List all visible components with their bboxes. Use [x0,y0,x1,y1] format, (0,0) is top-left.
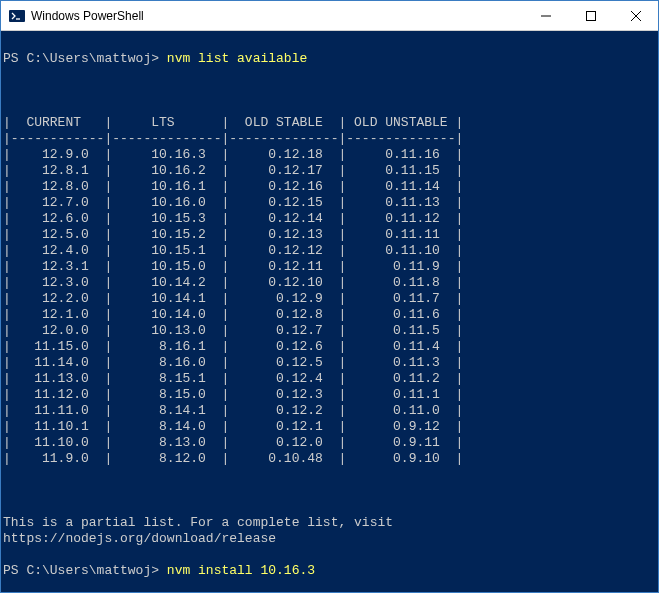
table-row: | 12.2.0 | 10.14.1 | 0.12.9 | 0.11.7 | [3,291,656,307]
blank-line [3,83,656,99]
table-row: |------------|--------------|-----------… [3,131,656,147]
table-row: | 11.15.0 | 8.16.1 | 0.12.6 | 0.11.4 | [3,339,656,355]
table-row: | 12.5.0 | 10.15.2 | 0.12.13 | 0.11.11 | [3,227,656,243]
table-row: | 11.11.0 | 8.14.1 | 0.12.2 | 0.11.0 | [3,403,656,419]
table-row: | 12.4.0 | 10.15.1 | 0.12.12 | 0.11.10 | [3,243,656,259]
table-row: | 12.1.0 | 10.14.0 | 0.12.8 | 0.11.6 | [3,307,656,323]
prompt-line: PS C:\Users\mattwoj> nvm list available [3,51,656,67]
prompt-path: PS C:\Users\mattwoj> [3,51,167,66]
table-row: | 11.14.0 | 8.16.0 | 0.12.5 | 0.11.3 | [3,355,656,371]
window-title: Windows PowerShell [31,9,523,23]
svg-rect-3 [586,11,595,20]
close-button[interactable] [613,1,658,30]
table-row: | 12.6.0 | 10.15.3 | 0.12.14 | 0.11.12 | [3,211,656,227]
table-row: | 11.9.0 | 8.12.0 | 0.10.48 | 0.9.10 | [3,451,656,467]
titlebar[interactable]: Windows PowerShell [1,1,658,31]
table-row: | 12.3.0 | 10.14.2 | 0.12.10 | 0.11.8 | [3,275,656,291]
table-row: | 12.9.0 | 10.16.3 | 0.12.18 | 0.11.16 | [3,147,656,163]
table-row: | 12.8.1 | 10.16.2 | 0.12.17 | 0.11.15 | [3,163,656,179]
command-text: nvm list available [167,51,307,66]
powershell-window: Windows PowerShell PS C:\Users\mattwoj> … [0,0,659,593]
maximize-button[interactable] [568,1,613,30]
prompt-path: PS C:\Users\mattwoj> [3,563,167,578]
powershell-icon [9,8,25,24]
table-row: | 12.0.0 | 10.13.0 | 0.12.7 | 0.11.5 | [3,323,656,339]
table-row: | 12.3.1 | 10.15.0 | 0.12.11 | 0.11.9 | [3,259,656,275]
prompt-line: PS C:\Users\mattwoj> nvm install 10.16.3 [3,563,656,579]
version-table: | CURRENT | LTS | OLD STABLE | OLD UNSTA… [3,115,656,467]
table-row: | 11.13.0 | 8.15.1 | 0.12.4 | 0.11.2 | [3,371,656,387]
table-row: | 11.10.0 | 8.13.0 | 0.12.0 | 0.9.11 | [3,435,656,451]
minimize-button[interactable] [523,1,568,30]
window-controls [523,1,658,30]
table-row: | CURRENT | LTS | OLD STABLE | OLD UNSTA… [3,115,656,131]
svg-rect-0 [9,10,25,22]
table-row: | 11.12.0 | 8.15.0 | 0.12.3 | 0.11.1 | [3,387,656,403]
partial-list-msg: This is a partial list. For a complete l… [3,515,656,547]
table-row: | 12.7.0 | 10.16.0 | 0.12.15 | 0.11.13 | [3,195,656,211]
terminal-output[interactable]: PS C:\Users\mattwoj> nvm list available … [1,31,658,592]
blank-line [3,483,656,499]
table-row: | 11.10.1 | 8.14.0 | 0.12.1 | 0.9.12 | [3,419,656,435]
table-row: | 12.8.0 | 10.16.1 | 0.12.16 | 0.11.14 | [3,179,656,195]
command-text: nvm install 10.16.3 [167,563,315,578]
